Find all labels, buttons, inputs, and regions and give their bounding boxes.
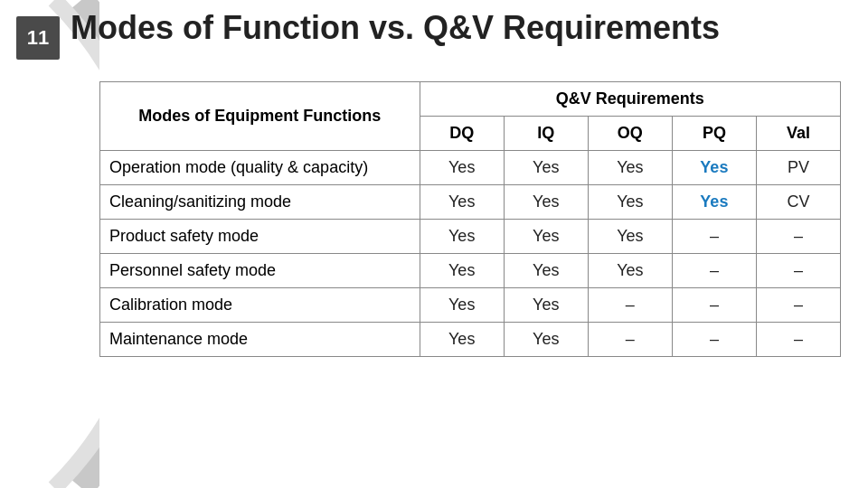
td-oq: – (588, 323, 672, 357)
td-pq: – (672, 323, 756, 357)
th-qv-requirements: Q&V Requirements (420, 82, 840, 117)
td-iq: Yes (504, 151, 588, 185)
td-function: Maintenance mode (100, 323, 420, 357)
td-function: Operation mode (quality & capacity) (100, 151, 420, 185)
th-dq: DQ (420, 117, 504, 151)
td-oq: Yes (588, 151, 672, 185)
td-pq: Yes (672, 185, 756, 220)
td-dq: Yes (420, 151, 504, 185)
td-function: Cleaning/sanitizing mode (100, 185, 420, 220)
table-row: Maintenance modeYesYes––– (100, 323, 841, 357)
page-title: Modes of Function vs. Q&V Requirements (71, 9, 720, 47)
td-oq: Yes (588, 220, 672, 254)
table-row: Personnel safety modeYesYesYes–– (100, 254, 841, 288)
td-oq: – (588, 288, 672, 323)
table-row: Product safety modeYesYesYes–– (100, 220, 841, 254)
td-val: – (756, 254, 840, 288)
td-dq: Yes (420, 254, 504, 288)
th-iq: IQ (504, 117, 588, 151)
td-iq: Yes (504, 254, 588, 288)
td-iq: Yes (504, 185, 588, 220)
td-function: Product safety mode (100, 220, 420, 254)
th-pq: PQ (672, 117, 756, 151)
td-val: CV (756, 185, 840, 220)
th-functions: Modes of Equipment Functions (100, 82, 420, 151)
table-wrapper: Modes of Equipment Functions Q&V Require… (99, 81, 841, 357)
td-iq: Yes (504, 288, 588, 323)
table-row: Operation mode (quality & capacity)YesYe… (100, 151, 841, 185)
td-iq: Yes (504, 323, 588, 357)
th-oq: OQ (588, 117, 672, 151)
td-dq: Yes (420, 323, 504, 357)
td-val: – (756, 323, 840, 357)
td-dq: Yes (420, 220, 504, 254)
td-pq: – (672, 254, 756, 288)
td-function: Personnel safety mode (100, 254, 420, 288)
table-row: Cleaning/sanitizing modeYesYesYesYesCV (100, 185, 841, 220)
td-pq: Yes (672, 151, 756, 185)
td-iq: Yes (504, 220, 588, 254)
left-decoration (0, 0, 99, 488)
td-pq: – (672, 220, 756, 254)
td-oq: Yes (588, 185, 672, 220)
td-val: PV (756, 151, 840, 185)
td-val: – (756, 288, 840, 323)
td-dq: Yes (420, 185, 504, 220)
td-val: – (756, 220, 840, 254)
table-row: Calibration modeYesYes––– (100, 288, 841, 323)
requirements-table: Modes of Equipment Functions Q&V Require… (99, 81, 841, 357)
th-val: Val (756, 117, 840, 151)
td-dq: Yes (420, 288, 504, 323)
td-oq: Yes (588, 254, 672, 288)
td-function: Calibration mode (100, 288, 420, 323)
slide-number: 11 (16, 16, 60, 60)
td-pq: – (672, 288, 756, 323)
